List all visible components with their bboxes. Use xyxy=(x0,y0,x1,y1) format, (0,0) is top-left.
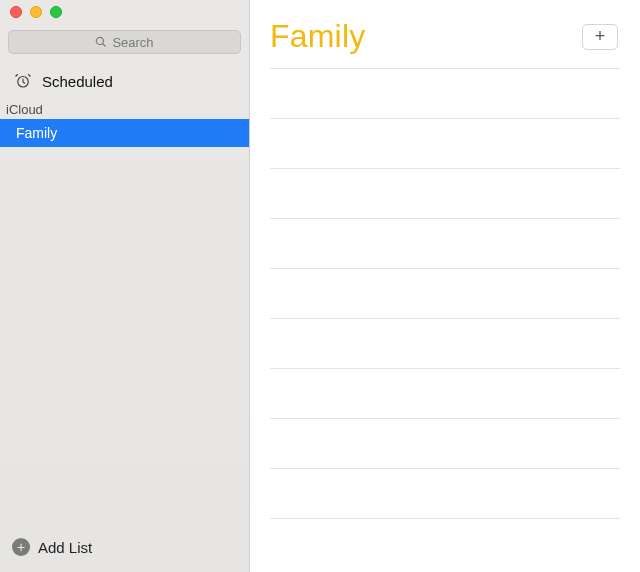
search-input[interactable]: Search xyxy=(8,30,241,54)
window-controls xyxy=(0,0,249,24)
sidebar-spacer xyxy=(0,147,249,528)
reminder-lines[interactable] xyxy=(250,61,640,572)
line-row xyxy=(270,319,620,369)
alarm-clock-icon xyxy=(14,72,32,90)
line-row xyxy=(270,369,620,419)
plus-circle-icon: + xyxy=(12,538,30,556)
line-row xyxy=(270,269,620,319)
search-icon xyxy=(95,36,107,48)
close-window-button[interactable] xyxy=(10,6,22,18)
line-row xyxy=(270,69,620,119)
line-row xyxy=(270,469,620,519)
list-title: Family xyxy=(270,18,365,55)
sidebar: Search Scheduled iCloud Family + Add Lis… xyxy=(0,0,250,572)
search-placeholder: Search xyxy=(112,35,153,50)
line-row xyxy=(270,169,620,219)
line-row xyxy=(270,119,620,169)
plus-icon: + xyxy=(595,26,606,47)
add-reminder-button[interactable]: + xyxy=(582,24,618,50)
add-list-label: Add List xyxy=(38,539,92,556)
sidebar-list-item-label: Family xyxy=(16,125,57,141)
search-container: Search xyxy=(0,24,249,62)
line-row xyxy=(270,219,620,269)
line-row xyxy=(270,61,620,69)
add-list-button[interactable]: + Add List xyxy=(0,528,249,572)
line-row xyxy=(270,419,620,469)
sidebar-section-label: iCloud xyxy=(0,96,249,119)
scheduled-item[interactable]: Scheduled xyxy=(0,62,249,96)
scheduled-label: Scheduled xyxy=(42,73,113,90)
maximize-window-button[interactable] xyxy=(50,6,62,18)
main-header: Family + xyxy=(250,0,640,61)
minimize-window-button[interactable] xyxy=(30,6,42,18)
main-panel: Family + xyxy=(250,0,640,572)
sidebar-list-item[interactable]: Family xyxy=(0,119,249,147)
